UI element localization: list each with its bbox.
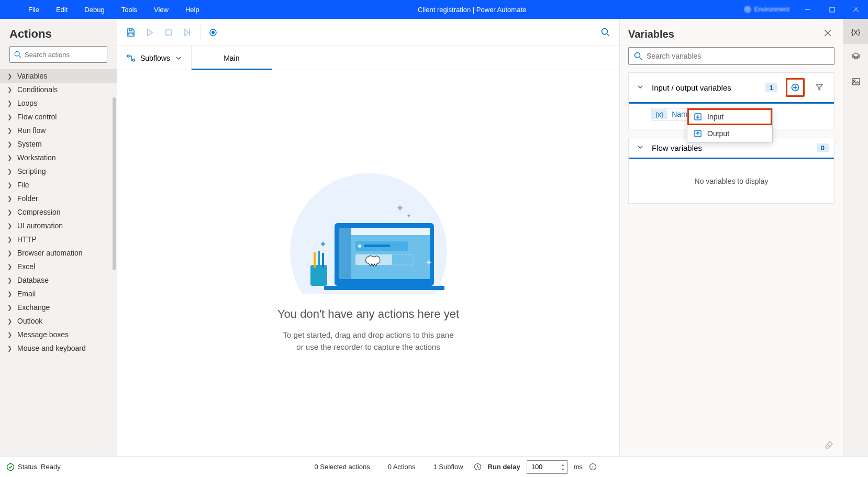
subflows-icon (127, 54, 135, 62)
window-title: Client registration | Power Automate (207, 6, 738, 14)
delay-up[interactable]: ▲ (559, 462, 567, 467)
environment-label[interactable]: Environment (738, 6, 796, 13)
action-group-ui-automation[interactable]: ❯UI automation (0, 219, 117, 232)
info-icon[interactable] (589, 463, 597, 471)
action-group-http[interactable]: ❯HTTP (0, 232, 117, 246)
svg-rect-11 (339, 228, 430, 279)
actions-panel: Actions ❯Variables ❯Conditionals ❯Loops … (0, 19, 117, 456)
svg-rect-1 (830, 7, 834, 12)
run-button[interactable] (140, 23, 159, 42)
action-group-email[interactable]: ❯Email (0, 287, 117, 301)
flow-variables-section: Flow variables 0 No variables to display (628, 138, 834, 204)
variables-panel: Variables Input / output variables 1 (620, 19, 843, 456)
toolbar (117, 19, 619, 46)
delay-down[interactable]: ▼ (559, 467, 567, 472)
variables-search[interactable] (628, 47, 834, 65)
empty-state-title: You don't have any actions here yet (277, 307, 459, 321)
sidebar-images-button[interactable] (843, 69, 869, 94)
dropdown-item-output[interactable]: Output (687, 125, 772, 142)
action-group-message-boxes[interactable]: ❯Message boxes (0, 328, 117, 341)
subflow-tabs: Subflows Main (117, 46, 619, 70)
action-group-variables[interactable]: ❯Variables (0, 69, 117, 83)
maximize-button[interactable] (820, 0, 844, 19)
svg-rect-22 (318, 251, 320, 268)
menu-tools[interactable]: Tools (114, 2, 144, 18)
delay-unit: ms (574, 463, 583, 471)
actions-header: Actions (0, 19, 117, 46)
step-button[interactable] (178, 23, 197, 42)
close-button[interactable] (844, 0, 868, 19)
collapse-io-button[interactable] (634, 84, 647, 92)
scrollbar[interactable] (113, 97, 116, 270)
clear-button[interactable] (825, 440, 833, 451)
menu-debug[interactable]: Debug (77, 2, 112, 18)
empty-state-subtitle: To get started, drag and drop actions to… (283, 329, 453, 353)
action-group-system[interactable]: ❯System (0, 137, 117, 151)
action-group-workstation[interactable]: ❯Workstation (0, 151, 117, 164)
menu-help[interactable]: Help (178, 2, 207, 18)
record-button[interactable] (204, 23, 222, 42)
empty-illustration (287, 173, 450, 294)
menu-edit[interactable]: Edit (49, 2, 75, 18)
sidebar-ui-elements-button[interactable] (843, 44, 869, 69)
action-group-outlook[interactable]: ❯Outlook (0, 314, 117, 328)
status-text: Status: Ready (18, 463, 61, 471)
braces-icon: {x} (851, 27, 861, 36)
clock-icon (474, 463, 482, 471)
search-icon (634, 52, 642, 60)
dropdown-item-input[interactable]: Input (687, 108, 772, 125)
run-delay-input[interactable]: ▲ ▼ (527, 460, 567, 474)
subflows-count: 1 Subflow (433, 463, 463, 471)
chevron-down-icon (637, 144, 643, 150)
action-group-folder[interactable]: ❯Folder (0, 192, 117, 205)
minimize-button[interactable] (796, 0, 820, 19)
menu-view[interactable]: View (147, 2, 176, 18)
subflows-dropdown[interactable]: Subflows (117, 46, 192, 70)
plus-icon (791, 83, 799, 92)
chevron-down-icon (175, 55, 182, 61)
sidebar-variables-button[interactable]: {x} (843, 19, 869, 44)
action-group-exchange[interactable]: ❯Exchange (0, 301, 117, 314)
actions-search-input[interactable] (25, 51, 113, 59)
io-section-title: Input / output variables (652, 83, 760, 92)
svg-point-8 (132, 59, 135, 61)
action-group-mouse-keyboard[interactable]: ❯Mouse and keyboard (0, 341, 117, 355)
svg-rect-21 (314, 252, 316, 268)
layers-icon (851, 52, 861, 61)
action-group-compression[interactable]: ❯Compression (0, 205, 117, 219)
action-group-run-flow[interactable]: ❯Run flow (0, 124, 117, 137)
variables-search-input[interactable] (647, 52, 829, 60)
action-group-browser-automation[interactable]: ❯Browser automation (0, 246, 117, 260)
io-count-badge: 1 (765, 83, 777, 92)
title-bar: File Edit Debug Tools View Help Client r… (0, 0, 868, 19)
variables-header: Variables (628, 28, 821, 40)
add-variable-button[interactable] (786, 78, 805, 97)
designer-canvas[interactable]: You don't have any actions here yet To g… (117, 70, 619, 456)
action-group-loops[interactable]: ❯Loops (0, 96, 117, 110)
action-group-database[interactable]: ❯Database (0, 273, 117, 287)
actions-list[interactable]: ❯Variables ❯Conditionals ❯Loops ❯Flow co… (0, 69, 117, 456)
flow-section-title: Flow variables (652, 143, 811, 152)
svg-rect-3 (166, 30, 171, 35)
run-delay-value[interactable] (531, 463, 554, 471)
action-group-file[interactable]: ❯File (0, 178, 117, 192)
filter-button[interactable] (810, 78, 829, 97)
collapse-flow-button[interactable] (634, 144, 647, 152)
menu-file[interactable]: File (21, 2, 47, 18)
no-flow-variables-message: No variables to display (629, 159, 834, 203)
toolbar-search-button[interactable] (596, 23, 615, 42)
actions-search[interactable] (9, 46, 107, 63)
action-group-conditionals[interactable]: ❯Conditionals (0, 83, 117, 96)
stop-button[interactable] (159, 23, 178, 42)
variables-close-button[interactable] (821, 26, 834, 42)
run-delay-label: Run delay (488, 463, 520, 471)
action-group-excel[interactable]: ❯Excel (0, 260, 117, 273)
action-group-scripting[interactable]: ❯Scripting (0, 164, 117, 178)
eraser-icon (825, 440, 833, 449)
save-button[interactable] (121, 23, 140, 42)
search-icon (14, 51, 21, 58)
filter-icon (816, 84, 823, 91)
tab-main[interactable]: Main (192, 46, 272, 70)
action-group-flow-control[interactable]: ❯Flow control (0, 110, 117, 124)
svg-point-7 (127, 55, 129, 57)
